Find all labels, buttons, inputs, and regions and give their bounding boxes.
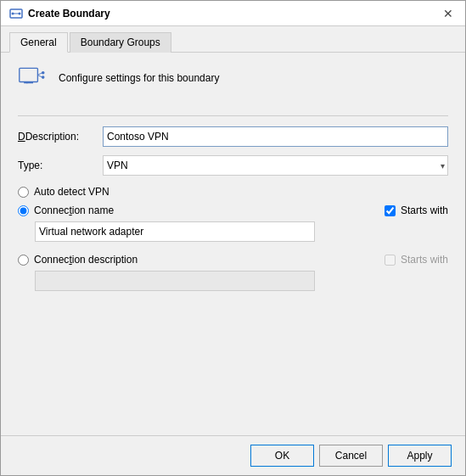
svg-rect-5	[24, 82, 33, 84]
svg-point-3	[19, 12, 21, 14]
title-bar-left: Create Boundary	[9, 7, 110, 20]
dialog-create-boundary: Create Boundary ✕ General Boundary Group…	[0, 0, 466, 476]
auto-detect-row: Auto detect VPN	[18, 186, 448, 198]
auto-detect-radio[interactable]	[18, 187, 29, 198]
divider	[18, 115, 448, 116]
connection-name-radio[interactable]	[18, 205, 29, 216]
svg-point-10	[42, 76, 45, 79]
type-select[interactable]: VPN	[103, 155, 448, 176]
window-title: Create Boundary	[28, 8, 110, 20]
close-button[interactable]: ✕	[440, 5, 457, 22]
header-section: Configure settings for this boundary	[18, 66, 448, 100]
description-label: DDescription:	[18, 131, 103, 143]
connection-desc-row: Connection description Starts with	[18, 254, 448, 266]
connection-name-input-wrapper	[18, 221, 448, 242]
starts-with-right: Starts with	[385, 204, 448, 216]
connection-name-left: Connection name	[18, 204, 114, 216]
connection-desc-input[interactable]	[35, 271, 315, 291]
desc-starts-with-label: Starts with	[401, 254, 448, 266]
ok-button[interactable]: OK	[250, 445, 314, 467]
svg-rect-4	[20, 68, 38, 81]
connection-desc-input-wrapper	[18, 271, 448, 291]
window-icon	[9, 7, 23, 20]
svg-point-2	[12, 12, 14, 14]
connection-name-label[interactable]: Connection name	[34, 204, 114, 216]
tab-content: Configure settings for this boundary DDe…	[1, 53, 465, 435]
type-row: Type: VPN ▾	[18, 155, 448, 176]
header-description: Configure settings for this boundary	[59, 72, 219, 84]
type-label: Type:	[18, 160, 103, 171]
description-row: DDescription:	[18, 126, 448, 147]
connection-desc-left: Connection description	[18, 254, 138, 266]
tab-boundary-groups[interactable]: Boundary Groups	[70, 32, 171, 53]
desc-starts-with-checkbox[interactable]	[385, 255, 396, 266]
svg-point-9	[42, 71, 45, 75]
cancel-button[interactable]: Cancel	[319, 445, 383, 467]
starts-with-checkbox[interactable]	[385, 205, 396, 216]
boundary-icon	[18, 66, 48, 90]
tab-general[interactable]: General	[9, 32, 68, 53]
footer: OK Cancel Apply	[1, 435, 465, 475]
connection-name-input[interactable]	[35, 221, 315, 242]
type-select-wrapper: VPN ▾	[103, 155, 448, 176]
connection-desc-radio[interactable]	[18, 255, 29, 266]
description-input[interactable]	[103, 126, 448, 147]
auto-detect-label[interactable]: Auto detect VPN	[34, 186, 109, 198]
connection-desc-label[interactable]: Connection description	[34, 254, 138, 266]
connection-name-row: Connection name Starts with	[18, 204, 448, 216]
title-bar: Create Boundary ✕	[1, 1, 465, 26]
apply-button[interactable]: Apply	[388, 445, 452, 467]
tab-bar: General Boundary Groups	[1, 26, 465, 53]
desc-starts-with-right: Starts with	[385, 254, 448, 266]
starts-with-label[interactable]: Starts with	[401, 204, 448, 216]
vpn-options-section: Auto detect VPN Connection name Starts w…	[18, 186, 448, 291]
